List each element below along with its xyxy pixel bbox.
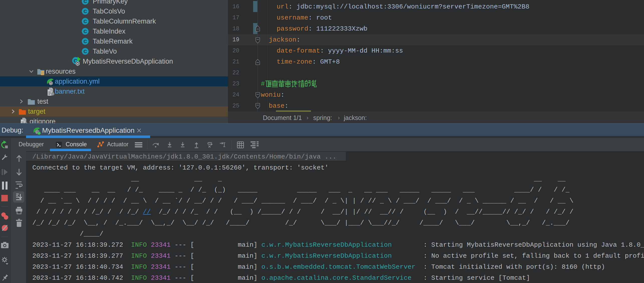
svg-text:C: C: [83, 0, 87, 4]
svg-text:C: C: [83, 49, 87, 54]
svg-text:C: C: [83, 19, 87, 24]
svg-text:C: C: [83, 29, 87, 34]
svg-text:C: C: [83, 39, 87, 44]
svg-text:C: C: [83, 9, 87, 14]
